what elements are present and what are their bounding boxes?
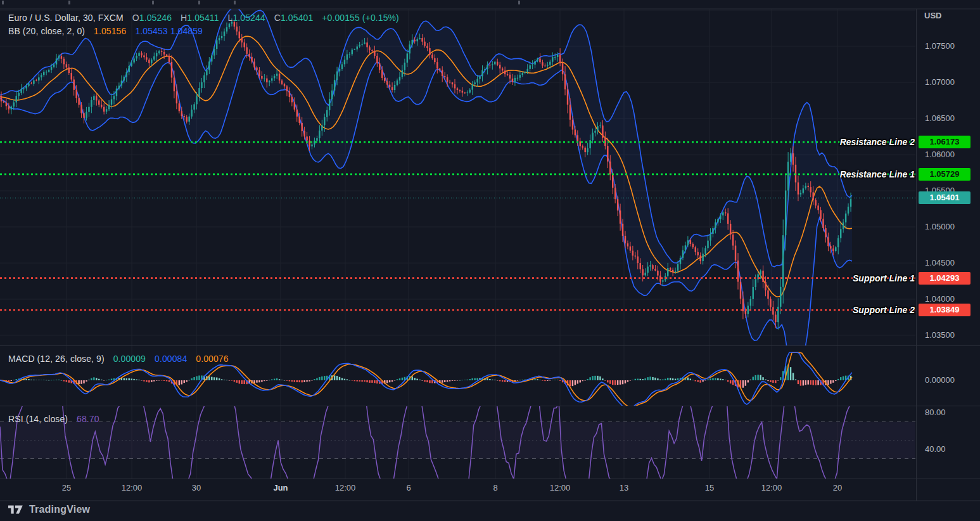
candle bbox=[762, 271, 763, 282]
resistance-line-label[interactable]: Resistance Line 2 bbox=[840, 136, 915, 148]
candle bbox=[261, 76, 262, 79]
time-scale[interactable]: 2512:0030Jun12:006812:00131512:0020 bbox=[0, 479, 916, 501]
macd-histogram-bar bbox=[620, 380, 621, 385]
candle bbox=[697, 252, 698, 255]
candle bbox=[647, 267, 648, 273]
macd-histogram-bar bbox=[805, 380, 806, 385]
candle bbox=[88, 107, 89, 112]
macd-histogram-bar bbox=[196, 376, 197, 380]
candle bbox=[326, 110, 328, 117]
macd-histogram-bar bbox=[179, 380, 180, 385]
clipped-text-fragment bbox=[2, 1, 4, 4]
candle bbox=[56, 58, 57, 64]
candle bbox=[848, 207, 849, 214]
macd-histogram-bar bbox=[391, 380, 393, 382]
macd-histogram-bar bbox=[727, 380, 729, 382]
macd-histogram-bar bbox=[211, 377, 212, 380]
macd-histogram-bar bbox=[840, 377, 841, 380]
price-scale[interactable]: 1.075001.070001.065001.060001.055001.050… bbox=[916, 9, 980, 501]
macd-histogram-bar bbox=[489, 379, 490, 380]
candle bbox=[662, 280, 663, 281]
macd-histogram-bar bbox=[309, 380, 310, 382]
macd-histogram-bar bbox=[692, 380, 694, 381]
macd-histogram-bar bbox=[347, 379, 348, 380]
candle bbox=[529, 65, 530, 69]
price-tick-label: 1.03500 bbox=[925, 330, 955, 340]
candle bbox=[321, 125, 322, 131]
candle bbox=[8, 106, 10, 109]
clipped-text-fragment bbox=[198, 1, 200, 4]
candle bbox=[780, 287, 781, 307]
macd-histogram-bar bbox=[271, 379, 272, 380]
macd-histogram-bar bbox=[559, 380, 561, 381]
candle bbox=[61, 56, 62, 58]
support-line-label[interactable]: Support Line 2 bbox=[853, 304, 915, 316]
macd-histogram-bar bbox=[817, 380, 818, 385]
candle bbox=[682, 250, 684, 258]
candle bbox=[136, 56, 137, 58]
macd-histogram-bar bbox=[471, 378, 473, 380]
candle bbox=[577, 135, 578, 141]
macd-histogram-bar bbox=[622, 380, 623, 384]
macd-histogram-bar bbox=[687, 378, 689, 380]
macd-histogram-bar bbox=[376, 380, 378, 383]
support-line-label[interactable]: Support Line 1 bbox=[853, 272, 915, 285]
candle bbox=[572, 120, 573, 130]
tradingview-watermark[interactable]: TradingView bbox=[8, 504, 90, 515]
candle bbox=[174, 77, 175, 91]
candle bbox=[753, 287, 754, 299]
support-price-badge: 1.03849 bbox=[919, 304, 970, 316]
candle bbox=[800, 193, 801, 194]
candle bbox=[169, 56, 170, 62]
macd-histogram-bar bbox=[447, 380, 448, 382]
chart-canvas[interactable] bbox=[0, 0, 980, 521]
macd-histogram-bar bbox=[770, 380, 771, 382]
symbol-title[interactable]: Euro / U.S. Dollar, 30, FXCM bbox=[8, 13, 124, 23]
macd-histogram-bar bbox=[151, 380, 152, 382]
macd-histogram-bar bbox=[459, 380, 461, 381]
candle bbox=[803, 188, 804, 193]
bb-title[interactable]: BB (20, close, 2, 0) bbox=[8, 26, 85, 36]
macd-histogram-bar bbox=[497, 380, 498, 381]
macd-title[interactable]: MACD (12, 26, close, 9) bbox=[8, 354, 105, 364]
candle bbox=[459, 90, 461, 91]
candle bbox=[299, 117, 300, 123]
macd-histogram-bar bbox=[790, 367, 791, 380]
macd-histogram-bar bbox=[419, 380, 420, 380]
macd-histogram-bar bbox=[843, 376, 844, 380]
macd-histogram-bar bbox=[732, 380, 734, 385]
candle bbox=[419, 38, 420, 39]
candle bbox=[334, 80, 335, 91]
candle bbox=[431, 55, 433, 58]
candle bbox=[464, 93, 466, 93]
candle bbox=[454, 84, 455, 88]
candle bbox=[557, 55, 558, 57]
macd-histogram-bar bbox=[717, 378, 718, 380]
candle bbox=[91, 100, 92, 107]
candle bbox=[106, 109, 107, 112]
high-label: H bbox=[181, 13, 187, 23]
candle bbox=[447, 77, 448, 82]
candle bbox=[840, 229, 841, 238]
bb-legend: BB (20, close, 2, 0) 1.05156 1.05453 1.0… bbox=[8, 26, 203, 36]
macd-histogram-bar bbox=[815, 380, 816, 385]
macd-histogram-bar bbox=[234, 380, 235, 382]
bb-upper-value: 1.05453 bbox=[135, 26, 167, 36]
candle bbox=[787, 162, 789, 190]
candle bbox=[564, 74, 566, 89]
resistance-line-label[interactable]: Resistance Line 1 bbox=[840, 168, 915, 181]
candle bbox=[414, 40, 415, 41]
candle bbox=[805, 186, 806, 188]
rsi-title[interactable]: RSI (14, close) bbox=[8, 414, 68, 424]
macd-histogram-bar bbox=[106, 380, 107, 381]
candle bbox=[547, 65, 548, 65]
support-price-badge: 1.04293 bbox=[919, 272, 970, 285]
macd-histogram-bar bbox=[609, 380, 611, 384]
candle bbox=[291, 97, 293, 102]
macd-histogram-bar bbox=[494, 380, 495, 380]
price-tick-label: 1.06000 bbox=[925, 150, 955, 160]
macd-histogram-bar bbox=[597, 376, 598, 380]
macd-histogram-bar bbox=[462, 380, 463, 381]
macd-histogram-bar bbox=[153, 380, 155, 382]
macd-histogram-bar bbox=[612, 380, 613, 385]
